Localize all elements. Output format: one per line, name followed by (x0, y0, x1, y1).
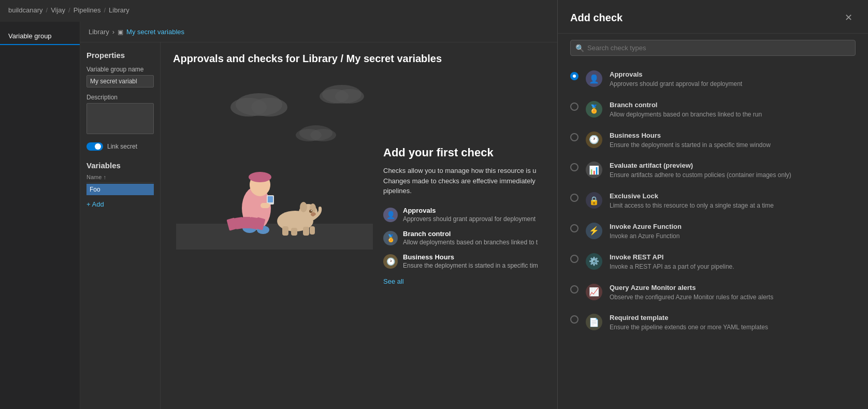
invoke-rest-api-option-desc: Invoke a REST API as a part of your pipe… (610, 262, 734, 271)
approvals-option-desc: Approvers should grant approval for depl… (610, 80, 742, 89)
check-option-invoke-azure-function[interactable]: ⚡Invoke Azure FunctionInvoke an Azure Fu… (558, 216, 868, 247)
business-hours-option-icon: 🕐 (586, 132, 602, 148)
radio-invoke-rest-api[interactable] (570, 255, 578, 263)
branch-desc: Allow deployments based on branches link… (403, 239, 538, 246)
svg-point-2 (251, 98, 287, 116)
approvals-option-icon: 👤 (586, 70, 602, 87)
approvals-option-info: ApprovalsApprovers should grant approval… (610, 70, 742, 89)
add-variable-button[interactable]: + Add (86, 200, 154, 208)
svg-rect-28 (303, 227, 309, 236)
exclusive-lock-option-desc: Limit access to this resource to only a … (610, 201, 774, 210)
breadcrumb-sep-1: / (46, 6, 48, 14)
description-label: Description (86, 94, 154, 101)
variables-col-header: Name ↑ (86, 174, 154, 183)
invoke-azure-function-option-info: Invoke Azure FunctionInvoke an Azure Fun… (610, 223, 682, 241)
invoke-azure-function-option-desc: Invoke an Azure Function (610, 232, 682, 241)
breadcrumb: buildcanary / Vijay / Pipelines / Librar… (8, 6, 129, 14)
branch-control-option-title: Branch control (610, 101, 762, 109)
radio-required-template[interactable] (570, 315, 578, 324)
radio-approvals[interactable] (570, 72, 578, 80)
search-input[interactable] (570, 40, 856, 56)
content-title: Approvals and checks for Library / My se… (161, 42, 557, 73)
table-row[interactable]: Foo (86, 184, 154, 195)
svg-point-25 (311, 210, 312, 211)
exclusive-lock-option-info: Exclusive LockLimit access to this resou… (610, 192, 774, 210)
svg-rect-26 (282, 226, 288, 236)
evaluate-artifact-option-info: Evaluate artifact (preview)Ensure artifa… (610, 162, 791, 180)
branch-control-option-desc: Allow deployments based on branches link… (610, 110, 762, 119)
invoke-rest-api-option-icon: ⚙️ (586, 253, 602, 270)
svg-point-8 (310, 129, 336, 141)
evaluate-artifact-option-desc: Ensure artifacts adhere to custom polici… (610, 171, 791, 180)
check-option-invoke-rest-api[interactable]: ⚙️Invoke REST APIInvoke a REST API as a … (558, 247, 868, 277)
required-template-option-icon: 📄 (586, 314, 602, 330)
svg-rect-27 (291, 228, 297, 236)
check-option-branch-control[interactable]: 🏅Branch controlAllow deployments based o… (558, 95, 868, 125)
panel-title: Add check (570, 12, 623, 24)
query-azure-monitor-option-title: Query Azure Monitor alerts (610, 284, 773, 291)
close-button[interactable]: ✕ (841, 10, 856, 25)
page-link-library[interactable]: Library (89, 28, 109, 36)
svg-rect-29 (310, 226, 315, 235)
svg-point-24 (309, 210, 312, 213)
search-icon: 🔍 (575, 44, 584, 52)
query-azure-monitor-option-desc: Observe the configured Azure Monitor rul… (610, 293, 773, 302)
page-subtitle[interactable]: My secret variables (126, 28, 184, 36)
radio-query-azure-monitor[interactable] (570, 285, 578, 294)
first-check-panel: Add your first check Checks allow you to… (383, 146, 554, 286)
radio-exclusive-lock[interactable] (570, 194, 578, 202)
link-secrets-toggle[interactable] (86, 142, 103, 151)
invoke-azure-function-option-title: Invoke Azure Function (610, 223, 682, 230)
check-option-required-template[interactable]: 📄Required templateEnsure the pipeline ex… (558, 308, 868, 338)
approvals-icon: 👤 (383, 208, 398, 222)
vg-name-label: Variable group name (86, 66, 154, 73)
invoke-rest-api-option-title: Invoke REST API (610, 253, 734, 261)
link-secrets-label: Link secret (107, 143, 137, 150)
business-title: Business Hours (403, 253, 538, 261)
check-option-business-hours[interactable]: 🕐Business HoursEnsure the deployment is … (558, 125, 868, 156)
list-item: 🏅 Branch control Allow deployments based… (383, 230, 554, 246)
query-azure-monitor-option-info: Query Azure Monitor alertsObserve the co… (610, 284, 773, 302)
radio-branch-control[interactable] (570, 103, 578, 111)
check-option-approvals[interactable]: 👤ApprovalsApprovers should grant approva… (558, 64, 868, 95)
page-header: Library › ▣ My secret variables (80, 22, 557, 42)
svg-rect-9 (176, 224, 373, 250)
see-all-link[interactable]: See all (383, 277, 404, 285)
properties-title: Properties (86, 51, 154, 60)
breadcrumb-item-2[interactable]: Vijay (51, 6, 65, 14)
evaluate-artifact-option-icon: 📊 (586, 162, 602, 178)
svg-point-21 (300, 202, 307, 212)
approvals-desc: Approvers should grant approval for depl… (403, 215, 536, 223)
business-icon: 🕐 (383, 254, 398, 269)
breadcrumb-sep-3: / (104, 6, 106, 14)
radio-evaluate-artifact[interactable] (570, 163, 578, 171)
business-hours-option-info: Business HoursEnsure the deployment is s… (610, 132, 771, 150)
approvals-option-title: Approvals (610, 70, 742, 78)
business-hours-option-title: Business Hours (610, 132, 771, 139)
svg-rect-15 (253, 175, 267, 180)
branch-title: Branch control (403, 230, 538, 238)
illustration (176, 74, 373, 250)
breadcrumb-sep-2: / (68, 6, 70, 14)
required-template-option-title: Required template (610, 314, 768, 322)
breadcrumb-item-1[interactable]: buildcanary (8, 6, 43, 14)
breadcrumb-item-3[interactable]: Pipelines (74, 6, 101, 14)
sidebar-item-variable-group[interactable]: Variable group (0, 28, 80, 45)
evaluate-artifact-option-title: Evaluate artifact (preview) (610, 162, 791, 169)
description-input[interactable] (86, 103, 154, 134)
vg-name-input[interactable] (86, 75, 154, 87)
main-content: Approvals and checks for Library / My se… (161, 42, 557, 409)
check-option-exclusive-lock[interactable]: 🔒Exclusive LockLimit access to this reso… (558, 186, 868, 216)
branch-control-option-info: Branch controlAllow deployments based on… (610, 101, 762, 119)
first-check-title: Add your first check (383, 146, 554, 159)
breadcrumb-item-4[interactable]: Library (109, 6, 129, 14)
invoke-rest-api-option-info: Invoke REST APIInvoke a REST API as a pa… (610, 253, 734, 271)
left-panel: Properties Variable group name Descripti… (80, 42, 161, 409)
radio-business-hours[interactable] (570, 133, 578, 141)
check-option-query-azure-monitor[interactable]: 📈Query Azure Monitor alertsObserve the c… (558, 277, 868, 308)
list-item: 🕐 Business Hours Ensure the deployment i… (383, 253, 554, 269)
exclusive-lock-option-icon: 🔒 (586, 192, 602, 209)
radio-invoke-azure-function[interactable] (570, 224, 578, 232)
svg-point-5 (335, 89, 364, 104)
check-option-evaluate-artifact[interactable]: 📊Evaluate artifact (preview)Ensure artif… (558, 155, 868, 186)
